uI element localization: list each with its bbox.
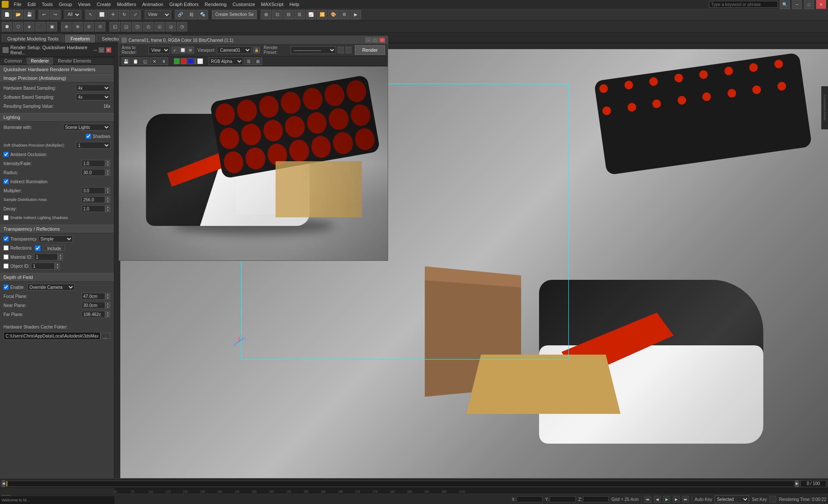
layer-btn[interactable]: ☰ (295, 10, 305, 19)
ii-checkbox-label[interactable]: Indirect Illumination (3, 179, 47, 184)
tb2-btn9[interactable]: ⊙ (95, 22, 105, 31)
reflections-enabled-checkbox[interactable] (35, 245, 41, 251)
render-preset-load-btn[interactable] (338, 47, 344, 53)
new-file-btn[interactable]: 📄 (2, 10, 12, 19)
open-btn[interactable]: 📂 (13, 10, 23, 19)
panel-tab-common[interactable]: Common (0, 57, 27, 65)
rtb-save-btn[interactable]: 💾 (122, 57, 130, 65)
cache-folder-browse-btn[interactable]: ... (100, 333, 110, 339)
ao-checkbox[interactable] (3, 152, 9, 157)
selection-filter-dropdown[interactable]: All (65, 10, 81, 19)
focal-down[interactable]: ▼ (105, 296, 110, 300)
menu-item-tools[interactable]: Tools (39, 1, 56, 8)
color-swatch-mono[interactable] (194, 58, 196, 64)
ii-decay-input[interactable]: 1.0 (82, 205, 105, 212)
menu-item-customize[interactable]: Customize (230, 1, 257, 8)
timeline-right-arrow[interactable]: ▶ (795, 480, 799, 487)
render-image-area[interactable] (119, 66, 388, 260)
viewport-lock-btn[interactable]: 🔒 (253, 47, 260, 53)
ii-multiplier-input[interactable]: 3.0 (82, 187, 105, 194)
software-sampling-select[interactable]: 4x (76, 94, 110, 100)
prev-frame-btn[interactable]: ◀ (654, 496, 661, 503)
render-setup-btn[interactable]: ⚙ (339, 10, 350, 19)
z-input[interactable] (583, 496, 609, 502)
create-selection-btn[interactable]: Create Selection Se (212, 10, 257, 19)
area-render-btn3[interactable]: ⊞ (187, 47, 194, 53)
ii-sample-input[interactable]: 256.0 (82, 196, 105, 203)
mirror-btn[interactable]: ⊞ (261, 10, 271, 19)
menu-item-create[interactable]: Create (94, 1, 113, 8)
move-btn[interactable]: ✛ (108, 10, 118, 19)
material-id-checkbox[interactable] (3, 254, 9, 260)
reflections-checkbox-label[interactable]: Reflections (3, 245, 31, 250)
save-btn[interactable]: 💾 (24, 10, 34, 19)
tb2-btn5[interactable]: ▣ (47, 22, 57, 31)
section-transparency[interactable]: Transparency / Reflections (0, 225, 114, 233)
undo-btn[interactable]: ↩ (39, 10, 49, 19)
schematic-btn[interactable]: 🔀 (317, 10, 327, 19)
key-filter-btn[interactable] (769, 496, 776, 503)
area-to-render-select[interactable]: View (148, 46, 170, 54)
x-input[interactable] (517, 496, 543, 502)
tb2-btn15[interactable]: ◶ (166, 22, 176, 31)
ao-checkbox-label[interactable]: Ambient Occlusion (3, 152, 46, 157)
tb2-btn12[interactable]: ◳ (132, 22, 142, 31)
soft-shadows-select[interactable]: 1 (76, 142, 110, 149)
curve-editor-btn[interactable]: 📈 (306, 10, 316, 19)
dof-enable-checkbox[interactable] (3, 285, 9, 290)
ao-intensity-input[interactable]: 1.0 (82, 160, 105, 167)
ao-intensity-up[interactable]: ▲ (105, 160, 110, 163)
section-image-precision[interactable]: Image Precision (Antialiasing) (0, 74, 114, 82)
menu-item-edit[interactable]: Edit (25, 1, 38, 8)
mat-id-up[interactable]: ▲ (58, 254, 63, 257)
include-btn[interactable]: Include (43, 245, 65, 251)
reflections-checkbox[interactable] (3, 245, 9, 250)
panel-minimize-btn[interactable]: ─ (94, 47, 97, 53)
shadows-checkbox-label[interactable]: Shadows (86, 134, 110, 139)
time-display[interactable]: 0 / 100 (800, 480, 826, 487)
tb2-btn6[interactable]: ⊕ (61, 22, 72, 31)
far-up[interactable]: ▲ (105, 311, 110, 314)
menu-item-maxscript[interactable]: MAXScript (258, 1, 286, 8)
mat-id-down[interactable]: ▼ (58, 257, 63, 260)
minimize-app-btn[interactable]: ─ (792, 0, 802, 9)
tab-freeform[interactable]: Freeform (65, 34, 95, 43)
near-down[interactable]: ▼ (105, 305, 110, 309)
render-preset-select[interactable]: ------------------- (291, 46, 336, 54)
ao-intensity-down[interactable]: ▼ (105, 163, 110, 167)
hardware-sampling-select[interactable]: 4x (76, 85, 110, 91)
far-down[interactable]: ▼ (105, 314, 110, 318)
align-btn[interactable]: ⊟ (283, 10, 294, 19)
menu-item-views[interactable]: Views (75, 1, 93, 8)
channel-select[interactable]: RGB Alpha (209, 57, 243, 65)
material-id-checkbox-label[interactable]: Material ID: (3, 254, 32, 260)
select-region-btn[interactable]: ⬜ (97, 10, 107, 19)
ii-checkbox[interactable] (3, 179, 9, 184)
rtb-clone-btn[interactable]: ◱ (141, 57, 149, 65)
tb2-btn13[interactable]: ◴ (143, 22, 154, 31)
menu-item-group[interactable]: Group (56, 1, 75, 8)
timeline-left-arrow[interactable]: ◀ (2, 480, 5, 487)
transparency-select[interactable]: Simple (38, 235, 73, 242)
color-swatch-blue[interactable] (188, 58, 194, 64)
tab-graphite[interactable]: Graphite Modeling Tools (2, 34, 64, 43)
ii-decay-up[interactable]: ▲ (105, 205, 110, 209)
far-plane-input[interactable]: 108.462c (82, 311, 105, 318)
section-dof[interactable]: Depth of Field (0, 273, 114, 282)
ao-radius-down[interactable]: ▼ (105, 172, 110, 176)
link-btn[interactable]: 🔗 (175, 10, 185, 19)
section-quicksilver[interactable]: Quicksilver Hardware Renderer Parameters (0, 65, 114, 74)
render-win-minimize[interactable]: ─ (365, 38, 371, 43)
dof-enable-label[interactable]: Enable (3, 285, 24, 290)
ii-shadows-checkbox[interactable] (3, 215, 9, 220)
section-lighting[interactable]: Lighting (0, 113, 114, 122)
panel-tab-renderer[interactable]: Renderer (27, 57, 54, 65)
focal-up[interactable]: ▲ (105, 293, 110, 296)
panel-close-btn[interactable]: ✕ (106, 47, 111, 53)
tb2-btn1[interactable]: ⬢ (2, 22, 12, 31)
tb2-btn11[interactable]: ◲ (121, 22, 131, 31)
obj-id-down[interactable]: ▼ (55, 266, 60, 269)
ii-sample-up[interactable]: ▲ (105, 196, 110, 200)
play-btn[interactable]: ▶ (663, 496, 670, 503)
panel-tab-render-elements[interactable]: Render Elements (53, 57, 96, 65)
